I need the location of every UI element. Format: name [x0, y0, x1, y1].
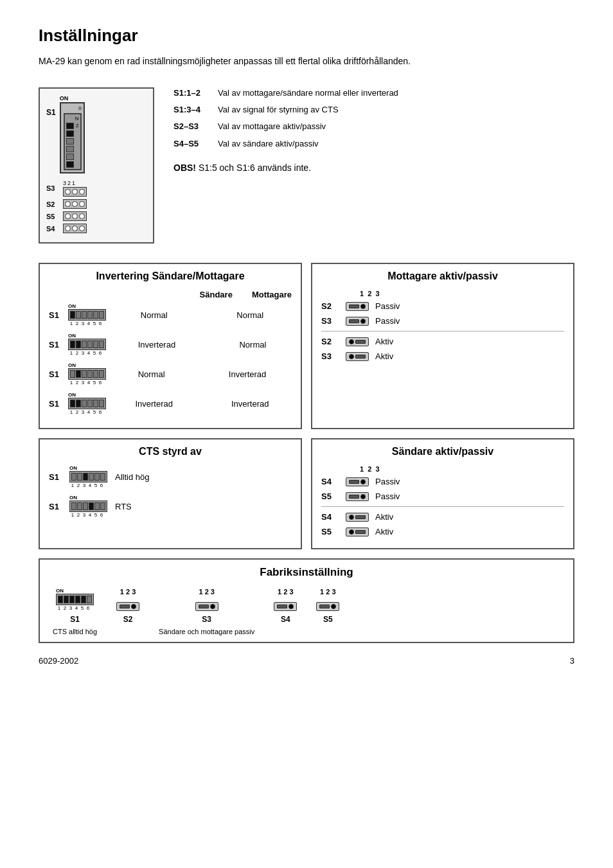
fabrik-s1-sub: CTS alltid hög — [53, 628, 97, 635]
mottagare-s3-aktiv-status: Aktiv — [375, 351, 393, 361]
sandare-s5-passiv-status: Passiv — [375, 492, 400, 501]
footer-left: 6029-2002 — [39, 656, 78, 666]
sandare-row-s4-passiv: S4 Passiv — [321, 477, 564, 486]
obs-bold: OBS! — [173, 163, 196, 173]
fabrik-s3-label: S3 — [202, 615, 211, 624]
fabrik-s2-label: S2 — [123, 615, 133, 624]
sandare-s4-label: S4 — [321, 477, 339, 486]
inv-sandare-3: Normal — [138, 369, 165, 379]
bottom-panels-grid: CTS styrd av S1 ON 123456 Alltid hög S1 — [39, 438, 574, 549]
fabrik-row: ON 123456 S1 CTS alltid hög 1 2 3 — [53, 588, 560, 635]
mottagare-s2-label: S2 — [321, 301, 339, 311]
mottagare-row-s2-passiv: S2 Passiv — [321, 301, 564, 311]
mottagare-divider — [321, 331, 564, 332]
inv-mottagare-2: Normal — [239, 340, 266, 350]
inv-sandare-2: Inverterad — [138, 340, 176, 350]
obs-note: OBS! S1:5 och S1:6 används inte. — [173, 163, 574, 173]
intro-text: MA-29 kan genom en rad inställningsmöjli… — [39, 55, 574, 68]
page-title: Inställningar — [39, 26, 574, 46]
footer: 6029-2002 3 — [39, 656, 574, 666]
cts-si-2: S1 — [49, 502, 62, 511]
inv-si-2: S1 — [49, 340, 62, 350]
s1-dip: 0 N Z — [60, 102, 85, 173]
cts-si-1: S1 — [49, 472, 62, 482]
sub-switches: S3 321 S2 — [46, 180, 147, 233]
inv-values-1: Normal Normal — [112, 310, 292, 320]
mottagare-s2-aktiv-switch — [346, 337, 369, 346]
sandare-s5a-label: S5 — [321, 527, 339, 536]
desc-key-3: S2–S3 — [173, 121, 209, 132]
mottagare-s3-label: S3 — [321, 316, 339, 326]
inv-sandare-1: Normal — [141, 310, 168, 320]
cts-row-2: S1 ON 123456 RTS — [49, 495, 292, 518]
mottagare-s3-passiv-status: Passiv — [375, 316, 400, 326]
cts-title: CTS styrd av — [49, 446, 292, 457]
fabrik-panel: Fabriksinställning ON 123456 S1 CTS allt… — [39, 558, 574, 643]
desc-list: S1:1–2 Val av mottagare/sändare normal e… — [173, 87, 574, 173]
cts-status-1: Alltid hög — [115, 472, 149, 482]
fabrik-s3-sub: Sändare och mottagare passiv — [159, 628, 254, 635]
desc-item-4: S4–S5 Val av sändare aktiv/passiv — [173, 138, 574, 150]
cts-row-1: S1 ON 123456 Alltid hög — [49, 465, 292, 488]
sandare-s4-passiv-switch — [346, 477, 369, 486]
fabrik-s1-label: S1 — [70, 615, 80, 624]
inv-dip-4: ON 123456 — [68, 392, 106, 415]
desc-val-3: Val av mottagare aktiv/passiv — [218, 121, 574, 132]
sandare-title: Sändare aktiv/passiv — [321, 446, 564, 457]
mottagare-header: 1 2 3 — [321, 290, 564, 297]
inv-mottagare-3: Inverterad — [229, 369, 267, 379]
inv-row-4: S1 ON 123456 Inverterad Inverterad — [49, 392, 292, 415]
sandare-row-s4-aktiv: S4 Aktiv — [321, 512, 564, 522]
inv-dip-1: ON 123456 — [68, 303, 106, 326]
inv-row-2: S1 ON 123456 Inverterad Normal — [49, 333, 292, 356]
desc-val-1: Val av mottagare/sändare normal eller in… — [218, 87, 574, 99]
inv-row-3: S1 ON 123456 Normal Inverterad — [49, 362, 292, 385]
panels-grid: Invertering Sändare/Mottagare Sändare Mo… — [39, 263, 574, 429]
desc-key-2: S1:3–4 — [173, 104, 209, 116]
inv-col1: Sändare — [200, 290, 233, 299]
sandare-s5-passiv-switch — [346, 492, 369, 501]
sandare-s4a-label: S4 — [321, 512, 339, 522]
desc-item-1: S1:1–2 Val av mottagare/sändare normal e… — [173, 87, 574, 99]
inv-sandare-4: Inverterad — [135, 399, 173, 409]
sandare-divider — [321, 506, 564, 507]
fabrik-s1: ON 123456 S1 CTS alltid hög — [53, 588, 97, 635]
sandare-header: 1 2 3 — [321, 465, 564, 473]
inv-dip-2: ON 123456 — [68, 333, 106, 356]
s1-on-label: ON — [60, 95, 85, 102]
inv-si-1: S1 — [49, 310, 62, 320]
footer-right: 3 — [570, 656, 574, 666]
sandare-s4-aktiv-status: Aktiv — [375, 512, 393, 522]
inv-values-2: Inverterad Normal — [112, 340, 292, 350]
fabrik-s5: 1 2 3 S5 — [316, 588, 339, 624]
invertering-title: Invertering Sändare/Mottagare — [49, 270, 292, 282]
fabrik-s5-label: S5 — [323, 615, 333, 624]
desc-key-1: S1:1–2 — [173, 87, 209, 99]
inv-si-4: S1 — [49, 399, 62, 409]
inv-mottagare-1: Normal — [236, 310, 263, 320]
sandare-row-s5-passiv: S5 Passiv — [321, 492, 564, 501]
invertering-panel: Invertering Sändare/Mottagare Sändare Mo… — [39, 263, 302, 429]
fabrik-s2: 1 2 3 S2 — [116, 588, 139, 624]
mottagare-s2-passiv-status: Passiv — [375, 301, 400, 311]
sandare-s4-aktiv-switch — [346, 513, 369, 522]
cts-dip-2: ON 123456 — [69, 495, 107, 518]
mottagare-title: Mottagare aktiv/passiv — [321, 270, 564, 282]
cts-dip-1: ON 123456 — [69, 465, 107, 488]
sandare-row-s5-aktiv: S5 Aktiv — [321, 527, 564, 536]
inv-col2: Mottagare — [252, 290, 292, 299]
mottagare-s3-passiv-switch — [346, 317, 369, 326]
sandare-s5-label: S5 — [321, 492, 339, 501]
s1-label: S1 — [46, 108, 56, 117]
mottagare-panel: Mottagare aktiv/passiv 1 2 3 S2 Passiv S… — [311, 263, 574, 429]
sandare-s4-passiv-status: Passiv — [375, 477, 400, 486]
mottagare-s2-aktiv-status: Aktiv — [375, 337, 393, 346]
fabrik-s4-label: S4 — [281, 615, 290, 624]
desc-val-2: Val av signal för styrning av CTS — [218, 104, 574, 116]
fabrik-title: Fabriksinställning — [53, 566, 560, 579]
mottagare-s3-aktiv-switch — [346, 352, 369, 361]
obs-text: S1:5 och S1:6 används inte. — [199, 163, 311, 173]
mottagare-row-s3-aktiv: S3 Aktiv — [321, 351, 564, 361]
mottagare-s3a-label: S3 — [321, 351, 339, 361]
inv-values-3: Normal Inverterad — [112, 369, 292, 379]
